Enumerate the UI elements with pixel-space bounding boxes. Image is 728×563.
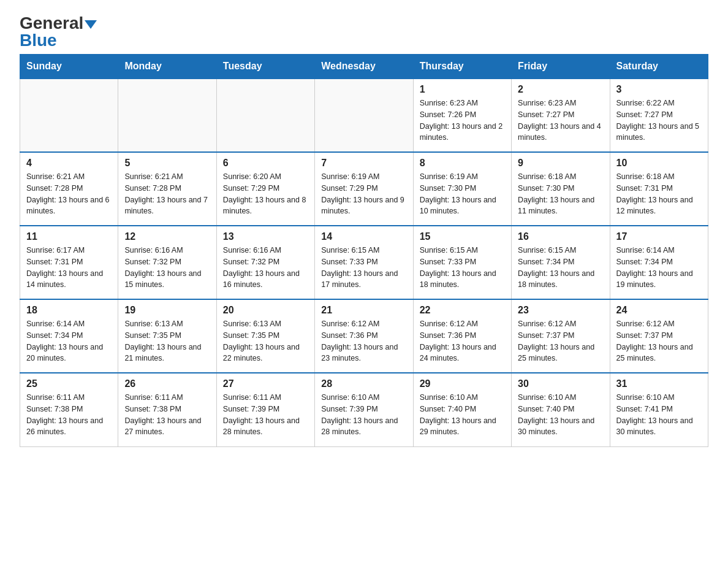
calendar-cell: 15Sunrise: 6:15 AM Sunset: 7:33 PM Dayli… (413, 226, 511, 299)
calendar-cell: 19Sunrise: 6:13 AM Sunset: 7:35 PM Dayli… (118, 299, 216, 373)
day-number: 8 (420, 158, 505, 169)
calendar-cell: 24Sunrise: 6:12 AM Sunset: 7:37 PM Dayli… (610, 299, 708, 373)
calendar-cell: 20Sunrise: 6:13 AM Sunset: 7:35 PM Dayli… (216, 299, 314, 373)
logo-line1: General (20, 15, 97, 32)
day-info: Sunrise: 6:15 AM Sunset: 7:34 PM Dayligh… (518, 245, 603, 291)
calendar-header-sunday: Sunday (20, 55, 118, 79)
calendar-header-wednesday: Wednesday (315, 55, 413, 79)
logo-triangle-icon (85, 20, 97, 29)
day-info: Sunrise: 6:19 AM Sunset: 7:29 PM Dayligh… (321, 171, 406, 217)
calendar-cell: 22Sunrise: 6:12 AM Sunset: 7:36 PM Dayli… (413, 299, 511, 373)
day-number: 7 (321, 158, 406, 169)
calendar-cell: 12Sunrise: 6:16 AM Sunset: 7:32 PM Dayli… (118, 226, 216, 299)
day-info: Sunrise: 6:11 AM Sunset: 7:38 PM Dayligh… (26, 392, 112, 438)
day-number: 14 (321, 231, 406, 242)
calendar-week-row: 25Sunrise: 6:11 AM Sunset: 7:38 PM Dayli… (20, 373, 708, 446)
calendar-header-monday: Monday (118, 55, 216, 79)
day-number: 19 (124, 305, 210, 316)
calendar-header-friday: Friday (512, 55, 610, 79)
day-number: 1 (420, 84, 505, 95)
day-info: Sunrise: 6:10 AM Sunset: 7:41 PM Dayligh… (616, 392, 702, 438)
calendar-cell: 29Sunrise: 6:10 AM Sunset: 7:40 PM Dayli… (413, 373, 511, 446)
calendar-header-saturday: Saturday (610, 55, 708, 79)
day-number: 9 (518, 158, 603, 169)
day-number: 21 (321, 305, 406, 316)
day-info: Sunrise: 6:12 AM Sunset: 7:37 PM Dayligh… (616, 318, 702, 364)
page-header: General Blue (20, 15, 708, 49)
calendar-table: SundayMondayTuesdayWednesdayThursdayFrid… (20, 54, 708, 447)
day-info: Sunrise: 6:20 AM Sunset: 7:29 PM Dayligh… (223, 171, 308, 217)
calendar-cell: 16Sunrise: 6:15 AM Sunset: 7:34 PM Dayli… (512, 226, 610, 299)
day-info: Sunrise: 6:13 AM Sunset: 7:35 PM Dayligh… (124, 318, 210, 364)
day-number: 23 (518, 305, 603, 316)
day-info: Sunrise: 6:16 AM Sunset: 7:32 PM Dayligh… (223, 245, 308, 291)
calendar-cell: 9Sunrise: 6:18 AM Sunset: 7:30 PM Daylig… (512, 152, 610, 226)
day-number: 4 (26, 158, 112, 169)
day-number: 25 (26, 378, 112, 389)
calendar-week-row: 18Sunrise: 6:14 AM Sunset: 7:34 PM Dayli… (20, 299, 708, 373)
calendar-cell: 5Sunrise: 6:21 AM Sunset: 7:28 PM Daylig… (118, 152, 216, 226)
calendar-cell: 30Sunrise: 6:10 AM Sunset: 7:40 PM Dayli… (512, 373, 610, 446)
day-info: Sunrise: 6:18 AM Sunset: 7:31 PM Dayligh… (616, 171, 702, 217)
day-number: 3 (616, 84, 702, 95)
day-info: Sunrise: 6:12 AM Sunset: 7:36 PM Dayligh… (321, 318, 406, 364)
day-number: 6 (223, 158, 308, 169)
calendar-cell: 3Sunrise: 6:22 AM Sunset: 7:27 PM Daylig… (610, 79, 708, 152)
day-number: 22 (420, 305, 505, 316)
day-info: Sunrise: 6:14 AM Sunset: 7:34 PM Dayligh… (26, 318, 112, 364)
calendar-cell: 1Sunrise: 6:23 AM Sunset: 7:26 PM Daylig… (413, 79, 511, 152)
day-info: Sunrise: 6:11 AM Sunset: 7:38 PM Dayligh… (124, 392, 210, 438)
day-number: 17 (616, 231, 702, 242)
calendar-header-tuesday: Tuesday (216, 55, 314, 79)
calendar-cell: 4Sunrise: 6:21 AM Sunset: 7:28 PM Daylig… (20, 152, 118, 226)
day-info: Sunrise: 6:16 AM Sunset: 7:32 PM Dayligh… (124, 245, 210, 291)
calendar-week-row: 4Sunrise: 6:21 AM Sunset: 7:28 PM Daylig… (20, 152, 708, 226)
calendar-week-row: 11Sunrise: 6:17 AM Sunset: 7:31 PM Dayli… (20, 226, 708, 299)
day-info: Sunrise: 6:17 AM Sunset: 7:31 PM Dayligh… (26, 245, 112, 291)
day-info: Sunrise: 6:10 AM Sunset: 7:40 PM Dayligh… (518, 392, 603, 438)
logo: General Blue (20, 15, 97, 49)
day-info: Sunrise: 6:14 AM Sunset: 7:34 PM Dayligh… (616, 245, 702, 291)
day-number: 18 (26, 305, 112, 316)
calendar-cell: 2Sunrise: 6:23 AM Sunset: 7:27 PM Daylig… (512, 79, 610, 152)
calendar-cell: 11Sunrise: 6:17 AM Sunset: 7:31 PM Dayli… (20, 226, 118, 299)
day-number: 29 (420, 378, 505, 389)
day-info: Sunrise: 6:13 AM Sunset: 7:35 PM Dayligh… (223, 318, 308, 364)
calendar-cell (315, 79, 413, 152)
calendar-cell: 6Sunrise: 6:20 AM Sunset: 7:29 PM Daylig… (216, 152, 314, 226)
calendar-header-thursday: Thursday (413, 55, 511, 79)
calendar-cell: 13Sunrise: 6:16 AM Sunset: 7:32 PM Dayli… (216, 226, 314, 299)
day-info: Sunrise: 6:12 AM Sunset: 7:37 PM Dayligh… (518, 318, 603, 364)
day-number: 31 (616, 378, 702, 389)
calendar-cell: 17Sunrise: 6:14 AM Sunset: 7:34 PM Dayli… (610, 226, 708, 299)
calendar-cell: 7Sunrise: 6:19 AM Sunset: 7:29 PM Daylig… (315, 152, 413, 226)
day-number: 16 (518, 231, 603, 242)
calendar-cell (118, 79, 216, 152)
day-info: Sunrise: 6:21 AM Sunset: 7:28 PM Dayligh… (26, 171, 112, 217)
day-info: Sunrise: 6:22 AM Sunset: 7:27 PM Dayligh… (616, 98, 702, 144)
day-number: 11 (26, 231, 112, 242)
calendar-cell: 26Sunrise: 6:11 AM Sunset: 7:38 PM Dayli… (118, 373, 216, 446)
day-number: 13 (223, 231, 308, 242)
day-number: 15 (420, 231, 505, 242)
calendar-cell: 8Sunrise: 6:19 AM Sunset: 7:30 PM Daylig… (413, 152, 511, 226)
calendar-cell: 14Sunrise: 6:15 AM Sunset: 7:33 PM Dayli… (315, 226, 413, 299)
day-number: 2 (518, 84, 603, 95)
day-number: 26 (124, 378, 210, 389)
logo-line2: Blue (20, 32, 57, 49)
calendar-cell: 10Sunrise: 6:18 AM Sunset: 7:31 PM Dayli… (610, 152, 708, 226)
day-info: Sunrise: 6:18 AM Sunset: 7:30 PM Dayligh… (518, 171, 603, 217)
calendar-cell (20, 79, 118, 152)
calendar-cell: 28Sunrise: 6:10 AM Sunset: 7:39 PM Dayli… (315, 373, 413, 446)
day-number: 30 (518, 378, 603, 389)
day-number: 27 (223, 378, 308, 389)
calendar-cell: 25Sunrise: 6:11 AM Sunset: 7:38 PM Dayli… (20, 373, 118, 446)
calendar-cell: 27Sunrise: 6:11 AM Sunset: 7:39 PM Dayli… (216, 373, 314, 446)
day-info: Sunrise: 6:15 AM Sunset: 7:33 PM Dayligh… (420, 245, 505, 291)
day-info: Sunrise: 6:21 AM Sunset: 7:28 PM Dayligh… (124, 171, 210, 217)
calendar-cell: 23Sunrise: 6:12 AM Sunset: 7:37 PM Dayli… (512, 299, 610, 373)
calendar-cell (216, 79, 314, 152)
day-number: 20 (223, 305, 308, 316)
day-number: 28 (321, 378, 406, 389)
day-number: 5 (124, 158, 210, 169)
